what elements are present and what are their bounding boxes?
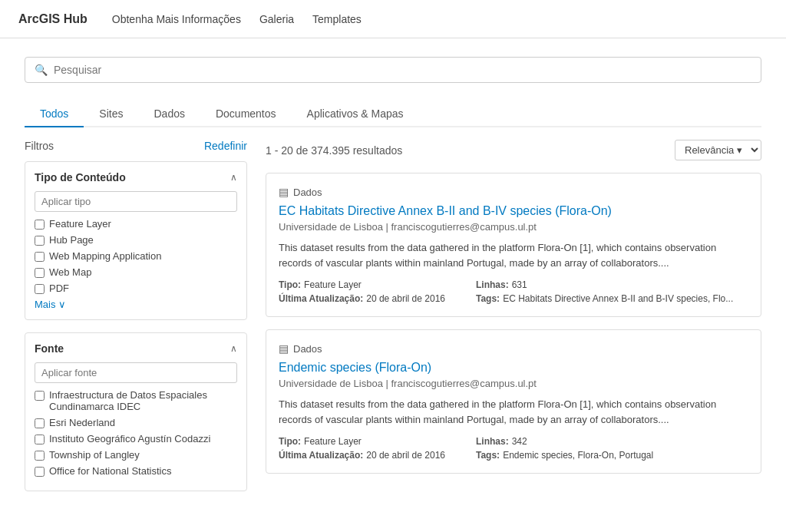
sidebar: Filtros Redefinir Tipo de Conteúdo ∧ Fea… [25,140,247,504]
card-type-icon-1: ▤ [279,186,289,198]
results-area: 1 - 20 de 374.395 resultados Relevância … [266,140,761,504]
card-meta-1: Tipo: Feature Layer Última Atualização: … [279,279,748,304]
card-type-label-2: Dados [293,343,322,355]
search-input[interactable] [54,64,751,76]
main-nav: Obtenha Mais Informações Galeria Templat… [112,13,362,25]
card-type-icon-2: ▤ [279,342,289,355]
checkbox-feature-layer-input[interactable] [35,220,45,230]
checkbox-esri-nederland-input[interactable] [35,418,45,428]
card-title-1[interactable]: EC Habitats Directive Annex B-II and B-I… [279,204,748,218]
nav-item-templates[interactable]: Templates [312,13,362,25]
checkbox-hub-page-label: Hub Page [49,234,94,246]
card-type-row-2: ▤ Dados [279,342,748,355]
source-title: Fonte [35,342,64,355]
source-filter: Fonte ∧ Infraestructura de Datos Espacia… [25,332,247,491]
checkbox-ons: Office for National Statistics [35,465,237,477]
card-meta-right-1: Linhas: 631 Tags: EC Habitats Directive … [476,279,733,304]
tabs-row: Todos Sites Dados Documentos Aplicativos… [25,101,761,127]
checkbox-township-langley: Township of Langley [35,449,237,461]
checkbox-pdf-input[interactable] [35,284,45,294]
card-meta-2: Tipo: Feature Layer Última Atualização: … [279,436,748,461]
checkbox-ons-label: Office for National Statistics [49,465,171,477]
result-card-2: ▤ Dados Endemic species (Flora-On) Unive… [266,329,761,474]
card-meta-lines-1: Linhas: 631 [476,279,733,290]
card-meta-date-2: Última Atualização: 20 de abril de 2016 [279,450,445,461]
checkbox-hub-page: Hub Page [35,234,237,246]
checkbox-hub-page-input[interactable] [35,236,45,246]
card-org-2: Universidade de Lisboa | franciscogutier… [279,378,748,389]
checkbox-feature-layer-label: Feature Layer [49,218,111,230]
card-meta-tags-1: Tags: EC Habitats Directive Annex B-II a… [476,293,733,304]
source-input[interactable] [35,362,237,383]
card-meta-type-2: Tipo: Feature Layer [279,436,445,447]
checkbox-esri-nederland: Esri Nederland [35,417,237,428]
content-type-filter: Tipo de Conteúdo ∧ Feature Layer Hub Pag… [25,161,247,320]
tab-sites[interactable]: Sites [84,101,138,127]
body-layout: Filtros Redefinir Tipo de Conteúdo ∧ Fea… [25,140,761,504]
nav-item-info[interactable]: Obtenha Mais Informações [112,13,241,25]
card-description-1: This dataset results from the data gathe… [279,240,748,270]
checkbox-igac-label: Instituto Geográfico Agustín Codazzi [49,433,210,444]
checkbox-idec-input[interactable] [35,391,45,401]
nav-item-gallery[interactable]: Galeria [259,13,294,25]
checkbox-idec: Infraestructura de Datos Espaciales Cund… [35,389,237,412]
card-title-2[interactable]: Endemic species (Flora-On) [279,361,748,375]
content-type-input[interactable] [35,191,237,212]
search-bar[interactable]: 🔍 [25,57,761,83]
reset-button[interactable]: Redefinir [204,140,247,152]
logo: ArcGIS Hub [18,12,88,26]
tab-todos[interactable]: Todos [25,101,84,127]
card-type-label-1: Dados [293,187,322,198]
checkbox-web-mapping-app: Web Mapping Application [35,250,237,262]
checkbox-web-mapping-app-label: Web Mapping Application [49,250,161,262]
card-org-1: Universidade de Lisboa | franciscogutier… [279,221,748,233]
search-icon: 🔍 [35,64,48,76]
card-meta-right-2: Linhas: 342 Tags: Endemic species, Flora… [476,436,653,461]
checkbox-pdf-label: PDF [49,283,69,294]
filters-row: Filtros Redefinir [25,140,247,152]
checkbox-feature-layer: Feature Layer [35,218,237,230]
card-meta-left-1: Tipo: Feature Layer Última Atualização: … [279,279,445,304]
checkbox-esri-nederland-label: Esri Nederland [49,417,115,428]
content-type-chevron-icon: ∧ [230,172,237,183]
checkbox-web-map: Web Map [35,266,237,278]
checkbox-web-mapping-app-input[interactable] [35,252,45,262]
checkbox-pdf: PDF [35,283,237,294]
checkbox-web-map-input[interactable] [35,268,45,278]
card-meta-tags-2: Tags: Endemic species, Flora-On, Portuga… [476,450,653,461]
more-chevron-icon: ∨ [58,299,66,310]
checkbox-igac: Instituto Geográfico Agustín Codazzi [35,433,237,444]
checkbox-web-map-label: Web Map [49,266,91,278]
main-content: 🔍 Todos Sites Dados Documentos Aplicativ… [0,38,786,522]
sort-dropdown[interactable]: Relevância ▾ [675,140,761,160]
results-header: 1 - 20 de 374.395 resultados Relevância … [266,140,761,160]
card-meta-type-1: Tipo: Feature Layer [279,279,445,290]
checkbox-igac-input[interactable] [35,435,45,444]
source-header[interactable]: Fonte ∧ [35,342,237,355]
header: ArcGIS Hub Obtenha Mais Informações Gale… [0,0,786,38]
content-type-title: Tipo de Conteúdo [35,171,126,183]
card-meta-lines-2: Linhas: 342 [476,436,653,447]
tab-aplicativos[interactable]: Aplicativos & Mapas [292,101,419,127]
checkbox-ons-input[interactable] [35,467,45,477]
tab-dados[interactable]: Dados [138,101,200,127]
checkbox-idec-label: Infraestructura de Datos Espaciales Cund… [49,389,237,412]
content-type-more[interactable]: Mais ∨ [35,299,237,310]
card-type-row-1: ▤ Dados [279,186,748,198]
result-card-1: ▤ Dados EC Habitats Directive Annex B-II… [266,173,761,317]
checkbox-township-langley-input[interactable] [35,451,45,461]
results-count: 1 - 20 de 374.395 resultados [266,144,402,157]
tab-documentos[interactable]: Documentos [200,101,292,127]
card-description-2: This dataset results from the data gathe… [279,397,748,427]
card-meta-date-1: Última Atualização: 20 de abril de 2016 [279,293,445,304]
card-meta-left-2: Tipo: Feature Layer Última Atualização: … [279,436,445,461]
source-chevron-icon: ∧ [230,343,237,354]
filters-label: Filtros [25,140,54,152]
checkbox-township-langley-label: Township of Langley [49,449,140,461]
content-type-header[interactable]: Tipo de Conteúdo ∧ [35,171,237,183]
